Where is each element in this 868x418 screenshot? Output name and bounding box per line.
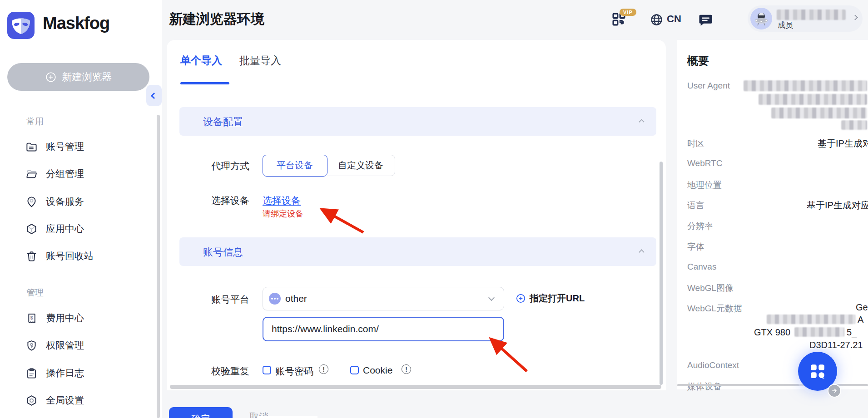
sidebar-item-logs[interactable]: 操作日志 [18,364,154,382]
sidebar-item-recycle-bin[interactable]: 账号回收站 [18,247,154,265]
webgl-meta-line1: Ge [856,302,868,313]
sidebar-item-groups[interactable]: 分组管理 [18,165,154,183]
select-device-link[interactable]: 选择设备 [263,194,301,207]
proxy-option-custom-device[interactable]: 自定义设备 [327,155,395,176]
summary-label-webrtc: WebRTC [687,158,722,168]
clipboard-icon [25,367,38,379]
sidebar-item-label: 账号回收站 [46,250,94,262]
sidebar-item-label: 分组管理 [46,167,84,180]
chevron-left-icon [151,92,157,98]
checkbox-account-password[interactable] [263,366,271,374]
sidebar-item-accounts[interactable]: 账号管理 [18,138,154,156]
new-browser-label: 新建浏览器 [62,70,112,84]
webgl-meta-line3-suffix: 5_ [847,327,857,338]
brand-name: Maskfog [43,14,109,33]
hexagon-gear-icon [25,394,38,407]
sidebar-item-label: 设备服务 [46,195,84,208]
sidebar-collapse-button[interactable] [146,85,162,106]
active-tab-underline [180,82,229,84]
webgl-meta-line3-prefix: GTX 980 [754,327,790,338]
avatar [750,8,772,30]
user-agent-redacted [771,108,867,118]
bind-device-error: 请绑定设备 [263,208,303,219]
summary-label-webgl-metadata: WebGL元数据 [687,303,742,315]
sidebar-item-label: 费用中心 [46,312,84,325]
summary-label-resolution: 分辨率 [687,221,713,232]
globe-icon [650,13,664,27]
summary-label-fonts: 字体 [687,241,704,253]
chevron-down-icon [488,295,495,301]
checkbox-cookie[interactable] [350,366,359,374]
summary-label-timezone: 时区 [687,138,704,150]
tab-batch-import[interactable]: 批量导入 [239,54,281,68]
chat-icon [698,12,714,28]
maskfog-logo-icon [7,12,35,39]
confirm-button[interactable]: 确定 [169,407,233,418]
webgl-meta-line2: A [858,315,863,325]
trash-icon [25,250,38,262]
folder-icon [25,141,38,153]
user-agent-redacted [744,80,867,91]
user-name-redacted [777,10,846,20]
plus-circle-icon [45,71,57,83]
vip-badge: VIP [620,9,636,16]
summary-label-geolocation: 地理位置 [687,179,722,191]
receipt-icon: $ [25,312,38,325]
info-icon[interactable]: ! [402,364,411,374]
verify-duplicate-label: 校验重复 [211,365,249,378]
form-horizontal-scrollbar[interactable] [170,385,661,389]
sidebar-item-devices[interactable]: 设备服务 [18,192,154,211]
proxy-option-platform-device[interactable]: 平台设备 [263,155,327,177]
shield-key-icon [25,339,38,352]
sidebar-item-label: 全局设置 [46,394,84,407]
sidebar-scrollbar[interactable] [157,115,160,418]
cutoff-popup [258,416,317,418]
folder-open-icon [25,168,38,180]
summary-label-user-agent: User Agent [687,81,730,91]
summary-label-language: 语言 [687,200,704,211]
sidebar-item-global-settings[interactable]: 全局设置 [18,391,154,409]
tab-divider [167,86,666,86]
apps-grid-icon [808,362,827,381]
info-icon[interactable]: ! [319,364,328,374]
webgl-meta-redacted [767,315,856,324]
section-device-config[interactable] [179,107,656,136]
sidebar-item-billing[interactable]: $ 费用中心 [18,309,154,327]
platform-select[interactable]: other [263,287,504,310]
account-platform-label: 账号平台 [211,293,249,306]
sidebar-item-label: 应用中心 [46,222,84,235]
user-agent-redacted [759,94,867,105]
plus-circle-icon [516,293,526,304]
svg-text:$: $ [30,315,33,320]
summary-label-webgl-image: WebGL图像 [687,282,734,294]
sidebar-item-label: 账号管理 [46,140,84,153]
checkbox-account-password-label: 账号密码 [275,365,313,378]
section-account-info[interactable] [179,237,656,266]
language-label[interactable]: CN [667,13,681,25]
language-value: 基于IP生成对应语 [807,199,868,211]
webgl-meta-redacted [794,327,844,337]
platform-other-icon [269,293,281,305]
url-input[interactable] [263,317,504,341]
drag-handle-button[interactable] [828,384,841,398]
sidebar-section-label: 管理 [26,287,44,299]
sidebar-section-label: 常用 [26,116,44,128]
tab-single-import[interactable]: 单个导入 [180,54,222,68]
open-url-button[interactable]: 指定打开URL [516,292,585,305]
sidebar-item-permissions[interactable]: 权限管理 [18,336,154,354]
summary-label-audiocontext: AudioContext [687,360,739,370]
proxy-mode-label: 代理方式 [211,160,249,172]
new-browser-button[interactable]: 新建浏览器 [7,63,149,91]
sidebar-item-label: 操作日志 [46,367,84,379]
feedback-button[interactable] [698,12,714,30]
select-device-label: 选择设备 [211,194,249,207]
cube-icon [25,223,38,235]
platform-selected-value: other [285,293,307,304]
section-account-info-title: 账号信息 [203,246,243,259]
timezone-value: 基于IP生成对 [818,138,868,150]
form-vertical-scrollbar[interactable] [660,162,663,385]
proxy-mode-segmented-control: 平台设备 自定义设备 [263,155,395,176]
language-switcher[interactable] [650,13,664,29]
user-agent-redacted [841,120,867,130]
sidebar-item-app-center[interactable]: 应用中心 [18,220,154,238]
